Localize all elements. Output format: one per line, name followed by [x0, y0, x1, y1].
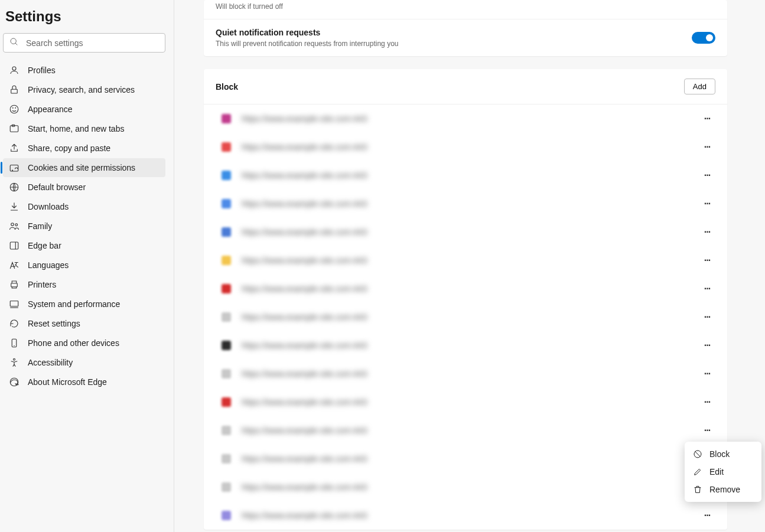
- menu-edit[interactable]: Edit: [685, 463, 761, 481]
- sidebar-item-reset-settings[interactable]: Reset settings: [3, 314, 165, 333]
- sidebar-item-family[interactable]: Family: [3, 217, 165, 236]
- block-site-more-button[interactable]: ···: [699, 224, 715, 240]
- main-content: Will block if turned off Quiet notificat…: [174, 0, 765, 532]
- sidebar-item-label: About Microsoft Edge: [28, 377, 107, 387]
- block-site-row: https://www.example-site.com:443···: [204, 303, 727, 331]
- block-site-more-button[interactable]: ···: [699, 280, 715, 297]
- block-title: Block: [216, 82, 238, 92]
- sidebar-item-appearance[interactable]: Appearance: [3, 100, 165, 119]
- menu-remove-label: Remove: [709, 485, 740, 494]
- sidebar-item-share-copy-and-paste[interactable]: Share, copy and paste: [3, 139, 165, 158]
- block-site-row: https://www.example-site.com:443···: [204, 161, 727, 190]
- block-site-more-button[interactable]: ···: [699, 507, 715, 524]
- quiet-notification-row: Quiet notification requests This will pr…: [204, 19, 727, 56]
- block-site-more-button[interactable]: ···: [699, 167, 715, 184]
- block-site-row: https://www.example-site.com:443···: [204, 275, 727, 303]
- tabs-icon: [9, 123, 19, 134]
- search-icon: [9, 37, 19, 48]
- phone-icon: [9, 338, 19, 348]
- site-favicon: [222, 142, 231, 152]
- site-favicon: [222, 482, 231, 492]
- site-favicon: [222, 114, 231, 123]
- block-site-more-button[interactable]: ···: [699, 337, 715, 354]
- block-site-url: https://www.example-site.com:443: [242, 454, 699, 464]
- trash-icon: [693, 485, 702, 494]
- edge-icon: [9, 377, 19, 387]
- block-site-row: https://www.example-site.com:443···: [204, 246, 727, 275]
- block-site-url: https://www.example-site.com:443: [242, 426, 699, 435]
- svg-point-4: [10, 105, 18, 113]
- block-site-row: https://www.example-site.com:443···: [204, 190, 727, 218]
- block-site-more-button[interactable]: ···: [699, 394, 715, 410]
- block-site-url: https://www.example-site.com:443: [242, 312, 699, 322]
- sidebar-item-accessibility[interactable]: Accessibility: [3, 353, 165, 372]
- sidebar-item-label: Languages: [28, 260, 69, 270]
- menu-remove[interactable]: Remove: [685, 481, 761, 498]
- sidebar-item-label: Cookies and site permissions: [28, 163, 135, 172]
- block-site-row: https://www.example-site.com:443···: [204, 473, 727, 501]
- sidebar-item-label: Share, copy and paste: [28, 143, 110, 153]
- search-container[interactable]: [3, 33, 165, 53]
- notif-block-row: Will block if turned off: [204, 0, 727, 19]
- block-site-more-button[interactable]: ···: [699, 365, 715, 382]
- sidebar-item-profiles[interactable]: Profiles: [3, 61, 165, 80]
- sidebar-item-start-home-and-new-tabs[interactable]: Start, home, and new tabs: [3, 119, 165, 138]
- sidebar-item-phone-and-other-devices[interactable]: Phone and other devices: [3, 334, 165, 353]
- menu-block-label: Block: [709, 449, 730, 459]
- site-favicon: [222, 312, 231, 322]
- site-favicon: [222, 397, 231, 407]
- block-site-more-button[interactable]: ···: [699, 139, 715, 155]
- svg-point-21: [14, 358, 15, 360]
- cookie-icon: [9, 162, 19, 173]
- block-site-url: https://www.example-site.com:443: [242, 199, 699, 208]
- notifications-card: Will block if turned off Quiet notificat…: [204, 0, 727, 56]
- sidebar-item-downloads[interactable]: Downloads: [3, 197, 165, 216]
- svg-point-5: [12, 107, 14, 109]
- search-input[interactable]: [26, 38, 159, 48]
- block-site-url: https://www.example-site.com:443: [242, 511, 699, 520]
- block-site-url: https://www.example-site.com:443: [242, 256, 699, 265]
- block-site-row: https://www.example-site.com:443···: [204, 445, 727, 473]
- add-block-button[interactable]: Add: [684, 79, 715, 94]
- block-site-more-button[interactable]: ···: [699, 309, 715, 325]
- sidebar-item-label: Reset settings: [28, 319, 80, 328]
- block-section: Block Add https://www.example-site.com:4…: [204, 69, 727, 530]
- sidebar-item-default-browser[interactable]: Default browser: [3, 178, 165, 197]
- site-favicon: [222, 369, 231, 378]
- site-favicon: [222, 171, 231, 180]
- sidebar-item-edge-bar[interactable]: Edge bar: [3, 236, 165, 255]
- sidebar-item-languages[interactable]: Languages: [3, 256, 165, 275]
- sidebar-item-printers[interactable]: Printers: [3, 275, 165, 294]
- sidebar-item-label: Family: [28, 221, 52, 231]
- accessibility-icon: [9, 357, 19, 368]
- block-site-url: https://www.example-site.com:443: [242, 482, 699, 492]
- block-site-url: https://www.example-site.com:443: [242, 397, 699, 407]
- sidebar-item-privacy-search-and-services[interactable]: Privacy, search, and services: [3, 80, 165, 99]
- block-off-description: Will block if turned off: [216, 2, 283, 11]
- sidebar-item-about-microsoft-edge[interactable]: About Microsoft Edge: [3, 373, 165, 391]
- site-favicon: [222, 256, 231, 265]
- svg-line-24: [695, 452, 701, 457]
- reset-icon: [9, 318, 19, 329]
- quiet-toggle[interactable]: [692, 32, 715, 44]
- block-site-row: https://www.example-site.com:443···: [204, 360, 727, 388]
- block-site-more-button[interactable]: ···: [699, 110, 715, 127]
- sidebar-item-system-and-performance[interactable]: System and performance: [3, 295, 165, 314]
- block-site-more-button[interactable]: ···: [699, 422, 715, 439]
- block-site-row: https://www.example-site.com:443···: [204, 133, 727, 161]
- share-icon: [9, 143, 19, 154]
- sidebar-item-label: System and performance: [28, 299, 120, 309]
- sidebar-item-cookies-and-site-permissions[interactable]: Cookies and site permissions: [3, 158, 165, 177]
- svg-point-2: [12, 67, 16, 70]
- sidebar-item-label: Downloads: [28, 202, 69, 211]
- svg-rect-3: [11, 89, 18, 93]
- block-site-url: https://www.example-site.com:443: [242, 171, 699, 180]
- menu-block[interactable]: Block: [685, 445, 761, 463]
- svg-point-6: [15, 107, 16, 109]
- block-site-row: https://www.example-site.com:443···: [204, 416, 727, 445]
- sidebar-item-label: Accessibility: [28, 358, 73, 367]
- block-site-more-button[interactable]: ···: [699, 252, 715, 269]
- block-site-more-button[interactable]: ···: [699, 195, 715, 212]
- edit-icon: [693, 467, 702, 476]
- sidebar-item-label: Phone and other devices: [28, 338, 119, 348]
